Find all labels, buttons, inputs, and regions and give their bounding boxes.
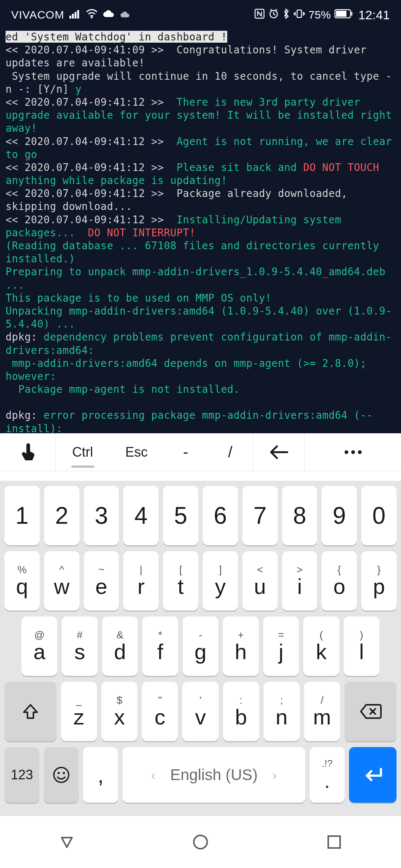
key-char: x	[114, 706, 125, 728]
key-0[interactable]: 0	[361, 486, 397, 545]
key-3[interactable]: 3	[84, 486, 119, 545]
key-2[interactable]: 2	[44, 486, 79, 545]
nav-back-button[interactable]	[57, 832, 77, 852]
key-char: l	[359, 641, 364, 662]
keyboard-row-bottom: 123 , ‹ English (US) › .!? .	[4, 747, 397, 803]
terminal-line: (Reading database ... 67108 files and di…	[6, 240, 379, 264]
svg-point-17	[194, 835, 207, 849]
touch-mode-button[interactable]	[0, 433, 56, 471]
battery-percent: 75%	[309, 9, 331, 21]
cloud-icon-2	[120, 9, 130, 21]
key-8[interactable]: 8	[282, 486, 317, 545]
key-1[interactable]: 1	[4, 486, 40, 545]
key-5[interactable]: 5	[163, 486, 198, 545]
key-symbol: ]	[219, 565, 222, 575]
key-n[interactable]: ;n	[264, 682, 300, 741]
status-right: 75% 12:41	[254, 8, 390, 22]
keyboard-row-zxcv: _z$x"c'v:b;n/m	[4, 682, 397, 741]
key-e[interactable]: ~e	[84, 551, 119, 611]
key-w[interactable]: ^w	[44, 551, 79, 611]
key-g[interactable]: -g	[183, 617, 218, 676]
svg-rect-7	[297, 10, 301, 17]
key-z[interactable]: _z	[61, 682, 97, 741]
terminal-line: Please sit back and	[177, 161, 297, 173]
timestamp: << 2020.07.04-09:41:12 >>	[6, 187, 164, 199]
clock-label: 12:41	[358, 8, 390, 22]
key-symbol: %	[17, 565, 27, 575]
esc-key-button[interactable]: Esc	[110, 433, 163, 471]
key-char: r	[137, 576, 144, 597]
key-symbol: =	[278, 630, 284, 640]
key-9[interactable]: 9	[322, 486, 357, 545]
key-d[interactable]: &d	[102, 617, 138, 676]
key-char: p	[373, 576, 385, 597]
key-s[interactable]: #s	[62, 617, 97, 676]
key-char: d	[114, 641, 126, 662]
key-j[interactable]: =j	[263, 617, 299, 676]
backspace-key[interactable]	[345, 682, 397, 741]
terminal-line: dpkg:	[6, 409, 37, 421]
key-char: m	[313, 706, 331, 728]
key-7[interactable]: 7	[242, 486, 278, 545]
terminal-line: This package is to be used on MMP OS onl…	[6, 292, 271, 304]
key-p[interactable]: }p	[361, 551, 397, 611]
status-bar: VIVACOM 75% 12:41	[0, 0, 401, 30]
key-h[interactable]: +h	[223, 617, 258, 676]
key-symbol: #	[77, 630, 83, 640]
terminal-line: dpkg:	[6, 331, 37, 343]
svg-rect-10	[351, 12, 352, 16]
terminal-line: error processing package mmp-addin-drive…	[6, 409, 373, 434]
key-6[interactable]: 6	[203, 486, 238, 545]
key-char: t	[178, 576, 184, 597]
back-arrow-button[interactable]	[252, 433, 304, 471]
period-key[interactable]: .!? .	[310, 747, 345, 803]
comma-key[interactable]: ,	[83, 747, 118, 803]
key-q[interactable]: %q	[4, 551, 40, 611]
space-label: English (US)	[170, 766, 258, 784]
key-f[interactable]: *f	[142, 617, 178, 676]
nav-home-button[interactable]	[190, 832, 211, 852]
key-y[interactable]: ]y	[203, 551, 238, 611]
status-left: VIVACOM	[11, 9, 130, 21]
key-symbol: :	[239, 695, 242, 706]
key-t[interactable]: [t	[163, 551, 198, 611]
emoji-key[interactable]	[44, 747, 79, 803]
nav-recent-button[interactable]	[324, 832, 344, 852]
ctrl-key-button[interactable]: Ctrl	[56, 433, 110, 471]
space-key[interactable]: ‹ English (US) ›	[123, 747, 305, 803]
key-o[interactable]: {o	[322, 551, 357, 611]
key-i[interactable]: >i	[282, 551, 317, 611]
key-symbol: _	[76, 695, 82, 706]
key-symbol: ~	[98, 565, 104, 575]
key-char: s	[74, 641, 85, 662]
key-u[interactable]: <u	[242, 551, 278, 611]
key-m[interactable]: /m	[304, 682, 340, 741]
key-c[interactable]: "c	[142, 682, 178, 741]
key-a[interactable]: @a	[22, 617, 57, 676]
key-symbol: }	[377, 565, 381, 575]
shift-key[interactable]	[4, 682, 56, 741]
more-button[interactable]	[304, 433, 401, 471]
key-char: v	[195, 706, 206, 728]
terminal-toolbar: Ctrl Esc - /	[0, 433, 401, 471]
svg-rect-1	[72, 14, 74, 19]
key-x[interactable]: $x	[101, 682, 137, 741]
terminal-line: System upgrade will continue in 10 secon…	[6, 70, 392, 95]
key-b[interactable]: :b	[223, 682, 259, 741]
key-r[interactable]: |r	[123, 551, 159, 611]
key-char: n	[276, 706, 287, 728]
key-symbol: |	[140, 565, 142, 575]
enter-key[interactable]	[349, 747, 397, 803]
cloud-icon	[103, 9, 115, 21]
key-k[interactable]: (k	[303, 617, 339, 676]
key-l[interactable]: )l	[344, 617, 379, 676]
vibrate-icon	[294, 9, 305, 22]
dash-key-button[interactable]: -	[163, 433, 208, 471]
key-char: w	[54, 576, 69, 597]
numeric-toggle-key[interactable]: 123	[4, 747, 39, 803]
key-v[interactable]: 'v	[182, 682, 218, 741]
wifi-icon	[86, 9, 98, 21]
key-char: o	[333, 576, 345, 597]
key-4[interactable]: 4	[123, 486, 159, 545]
slash-key-button[interactable]: /	[208, 433, 252, 471]
